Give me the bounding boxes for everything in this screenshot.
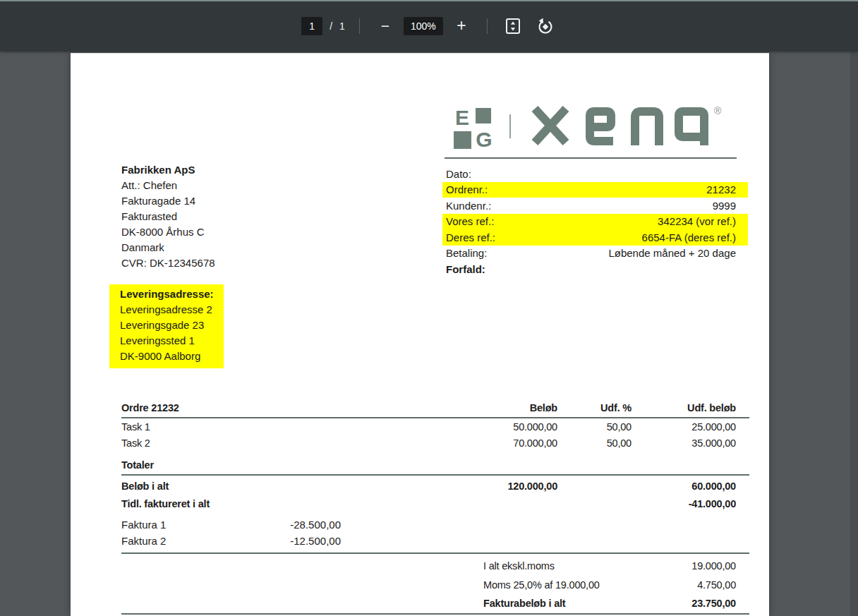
cell-desc: Task 1 (121, 421, 404, 433)
info-value: Løbende måned + 20 dage (608, 247, 736, 259)
summary-label: Moms 25,0% af 19.000,00 (483, 579, 600, 591)
delivery-title: Leveringsadresse: (120, 286, 214, 302)
fit-page-icon (504, 17, 522, 35)
scrollbar-track[interactable] (850, 52, 858, 616)
eg-logo: E G (452, 107, 494, 150)
address-line: CVR: DK-12345678 (121, 255, 215, 271)
page-total: 1 (339, 20, 345, 32)
cell-desc: Task 2 (121, 437, 404, 449)
pdf-viewer-window: 1 / 1 − 100% + (0, 0, 858, 616)
col-header-udf-belob: Udf. beløb (632, 402, 736, 413)
delivery-line: Leveringsadresse 2 (120, 302, 214, 318)
zoom-out-button[interactable]: − (374, 15, 397, 37)
cell-udf-pct: 50,00 (557, 437, 632, 449)
toolbar-divider (487, 18, 488, 34)
total-udf-belob: 60.000,00 (632, 481, 736, 492)
address-line: Fakturagade 14 (121, 193, 215, 209)
summary-value: 4.750,00 (595, 579, 736, 591)
address-line: Danmark (121, 240, 215, 255)
info-row-betaling: Betaling: Løbende måned + 20 dage (442, 246, 748, 262)
address-line: DK-8000 Århus C (121, 224, 215, 240)
cell-udf-belob: 35.000,00 (632, 437, 736, 449)
invoice-label: Faktura 1 (121, 519, 166, 531)
recipient-address: Fabrikken ApS Att.: Chefen Fakturagade 1… (121, 162, 215, 271)
toolbar-divider (359, 18, 360, 34)
col-header-belob: Beløb (404, 402, 557, 413)
zoom-in-button[interactable]: + (450, 15, 473, 37)
address-line: Fakturasted (121, 209, 215, 224)
summary-value: 19.000,00 (595, 560, 736, 572)
table-rule (121, 417, 749, 418)
summary-value-invoice-total: 23.750,00 (595, 598, 736, 609)
pdf-scroll-area[interactable]: E G ® Dato: (0, 52, 858, 616)
rotate-counterclockwise-icon (536, 17, 555, 35)
summary-label-invoice-total: Fakturabeløb i alt (483, 598, 565, 609)
info-value: 6654-FA (deres ref.) (642, 231, 736, 243)
pdf-toolbar: 1 / 1 − 100% + (0, 0, 858, 52)
page-number-input[interactable]: 1 (301, 17, 322, 35)
eg-logo-square (476, 108, 491, 123)
eg-logo-letter-e: E (455, 107, 469, 128)
info-row-ordrenr: Ordrenr.: 21232 (442, 182, 748, 198)
prev-invoiced-label: Tidl. faktureret i alt (121, 498, 404, 509)
info-row-deres-ref: Deres ref.: 6654-FA (deres ref.) (442, 229, 748, 246)
registered-trademark: ® (714, 105, 721, 116)
summary-label: I alt ekskl.moms (483, 560, 555, 572)
window-top-edge (0, 0, 858, 1)
previously-invoiced-row: Tidl. faktureret i alt -41.000,00 (121, 498, 736, 509)
info-row-forfald: Forfald: (442, 261, 748, 277)
info-label: Deres ref.: (446, 231, 495, 243)
col-header-ordre: Ordre 21232 (121, 402, 404, 413)
totals-section-label: Totaler (121, 459, 154, 471)
info-value: 21232 (706, 183, 736, 195)
table-row: Task 1 50.000,00 50,00 25.000,00 (121, 421, 736, 433)
info-label: Ordrenr.: (446, 183, 488, 195)
delivery-line: Leveringssted 1 (120, 333, 214, 349)
cell-belob: 50.000,00 (404, 421, 557, 433)
delivery-line: DK-9000 Aalborg (120, 349, 214, 364)
eg-logo-letter-g: G (476, 129, 491, 150)
delivery-line: Leveringsgade 23 (120, 318, 214, 333)
table-rule (121, 474, 749, 476)
header-rule (445, 157, 737, 159)
info-row-dato: Dato: (442, 166, 748, 182)
xena-wordmark (531, 104, 711, 147)
info-label: Forfald: (446, 263, 485, 275)
address-line: Att.: Chefen (121, 178, 215, 193)
logo-divider (509, 114, 511, 138)
page-separator: / (330, 20, 332, 32)
total-label: Beløb i alt (121, 481, 404, 492)
recipient-name: Fabrikken ApS (121, 162, 215, 178)
zoom-in-icon: + (457, 18, 466, 34)
fit-page-button[interactable] (502, 15, 524, 37)
table-row: Task 2 70.000,00 50,00 35.000,00 (121, 437, 736, 449)
table-rule (121, 613, 749, 615)
cell-belob: 70.000,00 (404, 437, 557, 449)
zoom-out-icon: − (381, 18, 389, 33)
invoice-amount: -12.500,00 (200, 535, 341, 547)
info-label: Betaling: (446, 247, 487, 259)
info-row-kundenr: Kundenr.: 9999 (442, 198, 748, 214)
pdf-page: E G ® Dato: (71, 53, 769, 616)
info-row-vores-ref: Vores ref.: 342234 (vor ref.) (442, 214, 748, 230)
table-rule (121, 552, 749, 554)
col-header-udf-pct: Udf. % (557, 402, 632, 413)
info-label: Kundenr.: (446, 200, 491, 212)
info-label: Vores ref.: (446, 215, 494, 227)
invoice-label: Faktura 2 (121, 535, 166, 547)
delivery-address: Leveringsadresse: Leveringsadresse 2 Lev… (109, 284, 224, 368)
total-belob: 120.000,00 (404, 481, 557, 492)
cell-udf-pct: 50,00 (557, 421, 632, 433)
invoice-amount: -28.500,00 (200, 519, 341, 531)
rotate-button[interactable] (534, 15, 557, 37)
amount-total-row: Beløb i alt 120.000,00 60.000,00 (121, 481, 736, 492)
info-label: Dato: (446, 168, 471, 180)
info-value: 9999 (713, 200, 736, 212)
prev-invoiced-amount: -41.000,00 (632, 498, 736, 509)
info-value: 342234 (vor ref.) (658, 215, 736, 227)
zoom-level-input[interactable]: 100% (404, 17, 443, 35)
table-header-row: Ordre 21232 Beløb Udf. % Udf. beløb (121, 402, 736, 413)
cell-udf-belob: 25.000,00 (632, 421, 736, 433)
eg-logo-square (454, 131, 471, 149)
